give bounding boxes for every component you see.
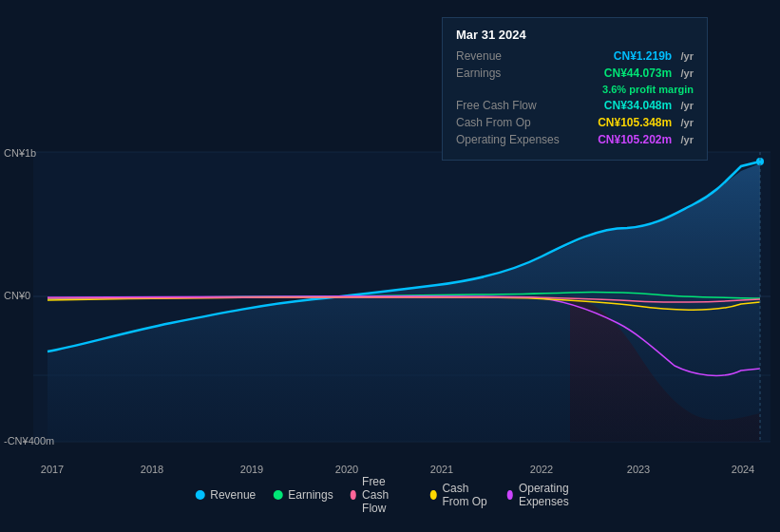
tooltip-row-cfo: Cash From Op CN¥105.348m /yr bbox=[456, 116, 694, 129]
legend-dot-revenue bbox=[195, 490, 204, 500]
tooltip-label-earnings: Earnings bbox=[456, 66, 570, 80]
tooltip-label-revenue: Revenue bbox=[456, 49, 570, 63]
y-label-bottom: -CN¥400m bbox=[4, 435, 54, 446]
tooltip-value-opex: CN¥105.202m /yr bbox=[598, 133, 694, 146]
tooltip-value-margin: 3.6% profit margin bbox=[602, 84, 694, 95]
tooltip-label-fcf: Free Cash Flow bbox=[456, 99, 570, 112]
x-label-2017: 2017 bbox=[41, 464, 64, 475]
tooltip-label-cfo: Cash From Op bbox=[456, 116, 570, 129]
tooltip-row-revenue: Revenue CN¥1.219b /yr bbox=[456, 49, 694, 63]
legend-dot-earnings bbox=[273, 490, 282, 500]
tooltip-row-opex: Operating Expenses CN¥105.202m /yr bbox=[456, 133, 694, 146]
x-label-2019: 2019 bbox=[240, 464, 263, 475]
tooltip-row-fcf: Free Cash Flow CN¥34.048m /yr bbox=[456, 99, 694, 112]
legend-label-revenue: Revenue bbox=[210, 488, 256, 502]
tooltip-date: Mar 31 2024 bbox=[456, 28, 694, 42]
x-label-2023: 2023 bbox=[627, 464, 650, 475]
y-label-top: CN¥1b bbox=[4, 147, 36, 159]
tooltip-label-opex: Operating Expenses bbox=[456, 133, 570, 146]
legend-dot-fcf bbox=[351, 490, 356, 500]
tooltip-box: Mar 31 2024 Revenue CN¥1.219b /yr Earnin… bbox=[442, 17, 708, 161]
tooltip-value-revenue: CN¥1.219b /yr bbox=[614, 49, 694, 63]
chart-container: CN¥1b CN¥0 -CN¥400m 2017 2018 2019 2020 … bbox=[0, 0, 780, 532]
legend-label-cfo: Cash From Op bbox=[442, 482, 489, 508]
x-label-2021: 2021 bbox=[430, 464, 453, 475]
legend-label-opex: Operating Expenses bbox=[519, 482, 585, 508]
x-label-2022: 2022 bbox=[530, 464, 553, 475]
tooltip-value-fcf: CN¥34.048m /yr bbox=[604, 99, 694, 112]
legend-dot-cfo bbox=[430, 490, 436, 500]
legend-item-earnings[interactable]: Earnings bbox=[273, 488, 333, 502]
x-label-2018: 2018 bbox=[141, 464, 163, 475]
tooltip-value-earnings: CN¥44.073m /yr bbox=[604, 66, 694, 80]
legend-item-cfo[interactable]: Cash From Op bbox=[430, 482, 489, 508]
legend-label-fcf: Free Cash Flow bbox=[362, 475, 413, 515]
chart-legend: Revenue Earnings Free Cash Flow Cash Fro… bbox=[195, 475, 585, 515]
y-label-zero: CN¥0 bbox=[4, 290, 30, 301]
tooltip-row-earnings: Earnings CN¥44.073m /yr bbox=[456, 66, 694, 80]
legend-item-fcf[interactable]: Free Cash Flow bbox=[351, 475, 413, 515]
legend-item-opex[interactable]: Operating Expenses bbox=[507, 482, 585, 508]
x-label-2024: 2024 bbox=[732, 464, 754, 475]
x-label-2020: 2020 bbox=[335, 464, 358, 475]
legend-item-revenue[interactable]: Revenue bbox=[195, 488, 256, 502]
tooltip-value-cfo: CN¥105.348m /yr bbox=[598, 116, 694, 129]
legend-dot-opex bbox=[507, 490, 513, 500]
tooltip-row-margin: 3.6% profit margin bbox=[456, 84, 694, 95]
legend-label-earnings: Earnings bbox=[288, 488, 333, 502]
